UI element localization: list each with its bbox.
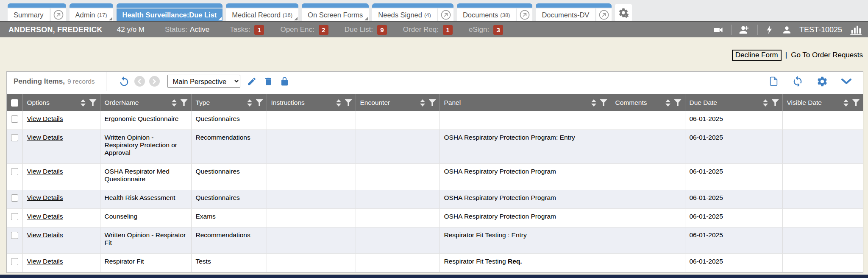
row-checkbox[interactable] [11, 168, 18, 175]
row-checkbox[interactable] [11, 232, 18, 239]
sort-icon[interactable] [336, 99, 341, 107]
sort-icon[interactable] [172, 99, 177, 107]
row-checkbox[interactable] [11, 213, 18, 220]
delete-trash-button[interactable] [263, 76, 273, 87]
main-content: Decline Form | Go To Order Requests Pend… [0, 37, 868, 273]
filter-icon[interactable] [345, 99, 352, 106]
tab-summary[interactable]: Summary [8, 3, 66, 21]
tab-label[interactable]: Health Surveillance:Due List [117, 8, 223, 21]
view-details-link[interactable]: View Details [27, 115, 63, 122]
filter-icon[interactable] [852, 99, 860, 106]
cell-options: View Details [22, 164, 100, 190]
next-button[interactable] [149, 76, 160, 87]
edit-pencil-button[interactable] [247, 76, 257, 87]
tab-needs-signed[interactable]: Needs Signed(4) [372, 3, 453, 21]
counter-open-enc-: Open Enc:2 [280, 25, 328, 35]
cell-comments [611, 227, 685, 254]
filter-icon[interactable] [256, 99, 263, 106]
popout-icon[interactable] [517, 8, 532, 21]
row-checkbox[interactable] [11, 194, 18, 202]
popout-icon[interactable] [438, 8, 453, 21]
grid-toolbar: Pending Items, 9 records Main Perspectiv… [7, 72, 863, 91]
refresh-button[interactable] [792, 76, 804, 87]
tab-label[interactable]: On Screen Forms [302, 8, 369, 21]
filter-icon[interactable] [181, 99, 188, 106]
column-header-ordername: OrderName [100, 94, 191, 111]
view-details-link[interactable]: View Details [27, 168, 63, 175]
select-all-header [7, 94, 22, 111]
column-header-encounter: Encounter [356, 94, 440, 111]
sort-icon[interactable] [247, 99, 252, 107]
table-row: View DetailsWritten Opinion - Respirator… [7, 227, 863, 254]
view-details-link[interactable]: View Details [27, 258, 63, 265]
cell-type: Questionnaires [191, 190, 267, 209]
tab-strip [457, 3, 533, 8]
tab-admin[interactable]: Admin(17) [70, 3, 113, 21]
sort-icon[interactable] [763, 99, 768, 107]
cell-type: Recommendations [191, 130, 267, 164]
cell-options: View Details [22, 130, 100, 164]
popout-icon[interactable] [596, 8, 612, 21]
tab-label[interactable]: Needs Signed(4) [372, 8, 437, 21]
settings-tab-button[interactable] [615, 4, 632, 21]
counter-tasks-: Tasks:1 [230, 25, 264, 35]
tab-strip [536, 3, 612, 8]
tab-label[interactable]: Documents(38) [457, 8, 516, 21]
cell-visible-date [782, 111, 863, 130]
lock-button[interactable] [280, 76, 289, 87]
video-camera-icon[interactable] [712, 24, 724, 36]
cell-comments [611, 111, 685, 130]
cell-panel: Respirator Fit Testing : Entry [440, 227, 611, 254]
row-checkbox[interactable] [11, 258, 18, 265]
previous-button[interactable] [134, 76, 145, 87]
tab-health-surveillance-due-list[interactable]: Health Surveillance:Due List [117, 3, 223, 21]
filter-icon[interactable] [429, 99, 436, 106]
divider [106, 72, 106, 91]
filter-icon[interactable] [772, 99, 779, 106]
lightning-bolt-icon[interactable] [765, 24, 774, 35]
grid-settings-gear-button[interactable] [816, 76, 828, 87]
sort-icon[interactable] [420, 99, 425, 107]
tab-label[interactable]: Medical Record(16) [226, 8, 298, 21]
collapse-chevron-button[interactable] [841, 78, 852, 85]
tab-on-screen-forms[interactable]: On Screen Forms [302, 3, 369, 21]
view-details-link[interactable]: View Details [27, 231, 63, 239]
gears-icon [618, 7, 629, 18]
cell-ordername: Ergonomic Questionnaire [100, 111, 191, 130]
go-to-order-requests-link[interactable]: Go To Order Requests [791, 51, 863, 59]
select-all-checkbox[interactable] [11, 99, 18, 107]
table-row: View DetailsHealth Risk AssessmentQuesti… [7, 190, 863, 209]
column-label: Panel [444, 99, 461, 107]
row-checkbox[interactable] [11, 115, 18, 123]
sort-icon[interactable] [81, 99, 86, 107]
sort-icon[interactable] [591, 99, 596, 107]
sort-icon[interactable] [665, 99, 670, 107]
add-person-icon[interactable] [739, 24, 750, 36]
tab-label[interactable]: Summary [8, 8, 50, 21]
filter-icon[interactable] [674, 99, 682, 106]
tab-label[interactable]: Admin(17) [70, 8, 113, 21]
table-row: View DetailsOSHA Respirator Med Question… [7, 164, 863, 190]
tab-label[interactable]: Documents-DV [536, 8, 595, 21]
popout-icon[interactable] [51, 8, 66, 21]
view-details-link[interactable]: View Details [27, 213, 63, 220]
decline-form-link[interactable]: Decline Form [732, 50, 782, 61]
tab-documents-dv[interactable]: Documents-DV [536, 3, 612, 21]
cell-encounter [356, 130, 440, 164]
bar-chart-icon[interactable] [849, 24, 862, 36]
tab-medical-record[interactable]: Medical Record(16) [226, 3, 298, 21]
view-details-link[interactable]: View Details [27, 134, 63, 141]
undo-button[interactable] [118, 76, 130, 87]
perspective-select[interactable]: Main Perspective [167, 75, 240, 88]
new-page-button[interactable] [768, 76, 779, 87]
tab-documents[interactable]: Documents(38) [457, 3, 533, 21]
cell-encounter [356, 254, 440, 272]
view-details-link[interactable]: View Details [27, 194, 63, 201]
cell-encounter [356, 164, 440, 190]
cell-panel [440, 111, 611, 130]
filter-icon[interactable] [600, 99, 607, 106]
row-checkbox[interactable] [11, 134, 18, 141]
tab-strip [8, 3, 66, 8]
sort-icon[interactable] [843, 99, 849, 107]
filter-icon[interactable] [89, 99, 97, 106]
